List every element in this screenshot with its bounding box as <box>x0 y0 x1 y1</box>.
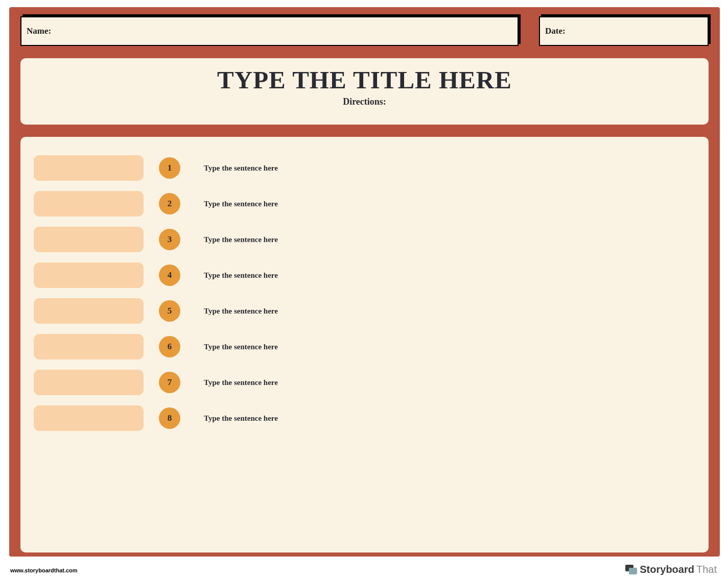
logo-text-that: That <box>696 564 717 575</box>
svg-rect-1 <box>629 568 637 574</box>
number-circle: 1 <box>159 157 180 179</box>
number-circle: 2 <box>159 193 180 214</box>
sentence-text[interactable]: Type the sentence here <box>204 414 278 423</box>
sentence-text[interactable]: Type the sentence here <box>204 164 278 173</box>
number-circle: 5 <box>159 300 180 322</box>
content-panel: 1 Type the sentence here 2 Type the sent… <box>20 137 709 552</box>
row-number: 4 <box>168 270 172 280</box>
number-circle: 7 <box>159 372 180 393</box>
date-label: Date: <box>545 26 566 36</box>
answer-box[interactable] <box>34 334 144 359</box>
worksheet-title[interactable]: TYPE THE TITLE HERE <box>20 65 709 94</box>
sentence-row: 8 Type the sentence here <box>34 405 695 431</box>
name-field-wrap: Name: <box>20 16 519 46</box>
footer-url: www.storyboardthat.com <box>10 567 78 573</box>
date-field-wrap: Date: <box>539 16 709 46</box>
sentence-text[interactable]: Type the sentence here <box>204 378 278 387</box>
name-label: Name: <box>27 26 51 36</box>
title-panel: TYPE THE TITLE HERE Directions: <box>20 58 709 125</box>
answer-box[interactable] <box>34 405 144 431</box>
answer-box[interactable] <box>34 227 144 252</box>
row-number: 5 <box>168 306 172 316</box>
header-row: Name: Date: <box>9 7 720 46</box>
answer-box[interactable] <box>34 191 144 216</box>
sentence-text[interactable]: Type the sentence here <box>204 307 278 316</box>
footer-logo: StoryboardThat <box>625 564 717 575</box>
directions-label[interactable]: Directions: <box>20 97 709 107</box>
number-circle: 3 <box>159 229 180 250</box>
sentence-row: 7 Type the sentence here <box>34 370 695 395</box>
answer-box[interactable] <box>34 298 144 324</box>
sentence-row: 6 Type the sentence here <box>34 334 695 359</box>
number-circle: 4 <box>159 264 180 286</box>
row-number: 6 <box>168 342 172 352</box>
row-number: 2 <box>168 199 172 209</box>
sentence-row: 1 Type the sentence here <box>34 155 695 181</box>
row-number: 8 <box>168 413 172 423</box>
answer-box[interactable] <box>34 262 144 288</box>
sentence-row: 2 Type the sentence here <box>34 191 695 216</box>
worksheet-frame: Name: Date: TYPE THE TITLE HERE Directio… <box>9 7 720 557</box>
sentence-text[interactable]: Type the sentence here <box>204 343 278 351</box>
answer-box[interactable] <box>34 370 144 395</box>
row-number: 3 <box>168 234 172 245</box>
sentence-row: 5 Type the sentence here <box>34 298 695 324</box>
sentence-row: 3 Type the sentence here <box>34 227 695 252</box>
row-number: 1 <box>168 163 172 173</box>
sentence-text[interactable]: Type the sentence here <box>204 235 278 244</box>
name-field[interactable]: Name: <box>20 16 519 46</box>
date-field[interactable]: Date: <box>539 16 709 46</box>
number-circle: 6 <box>159 336 180 357</box>
logo-text-storyboard: Storyboard <box>640 564 694 575</box>
row-number: 7 <box>168 377 172 388</box>
sentence-text[interactable]: Type the sentence here <box>204 200 278 208</box>
answer-box[interactable] <box>34 155 144 181</box>
number-circle: 8 <box>159 407 180 429</box>
storyboard-logo-icon <box>625 565 638 575</box>
sentence-text[interactable]: Type the sentence here <box>204 271 278 280</box>
sentence-row: 4 Type the sentence here <box>34 262 695 288</box>
